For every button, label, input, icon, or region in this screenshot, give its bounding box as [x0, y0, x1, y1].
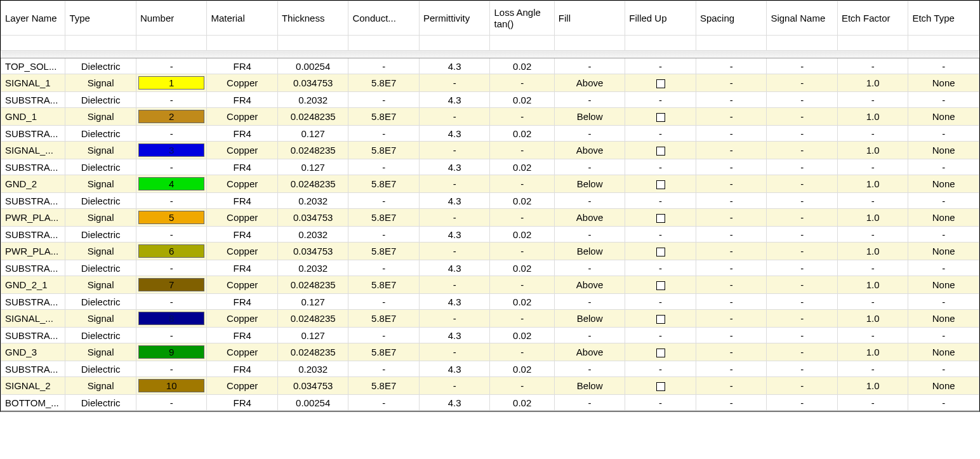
cell-conduct[interactable]: 5.8E7: [348, 209, 420, 227]
cell-loss[interactable]: 0.02: [490, 328, 554, 343]
cell-number[interactable]: -: [136, 328, 207, 343]
cell-permittivity[interactable]: 4.3: [419, 328, 490, 343]
cell-permittivity[interactable]: -: [419, 209, 490, 227]
cell-type[interactable]: Dielectric: [65, 126, 136, 142]
cell-type[interactable]: Signal: [65, 209, 136, 227]
cell-number[interactable]: -: [136, 395, 207, 411]
checkbox-icon[interactable]: [656, 214, 665, 223]
cell-conduct[interactable]: 5.8E7: [348, 74, 420, 92]
filter-cell-signalName[interactable]: [767, 36, 838, 51]
cell-spacing[interactable]: -: [696, 361, 767, 377]
cell-permittivity[interactable]: -: [419, 276, 490, 294]
filter-cell-fill[interactable]: [554, 36, 625, 51]
cell-etchFactor[interactable]: 1.0: [837, 74, 908, 92]
cell-fill[interactable]: -: [554, 361, 625, 377]
cell-loss[interactable]: 0.02: [490, 126, 554, 142]
cell-number[interactable]: -: [136, 58, 207, 74]
cell-etchFactor[interactable]: -: [837, 58, 908, 74]
cell-loss[interactable]: -: [490, 310, 554, 328]
cell-spacing[interactable]: -: [696, 328, 767, 343]
cell-thickness[interactable]: 0.034753: [277, 243, 348, 260]
cell-conduct[interactable]: 5.8E7: [348, 310, 420, 328]
cell-filledUp[interactable]: -: [625, 58, 696, 74]
table-row[interactable]: SUBSTRA...Dielectric-FR40.127-4.30.02---…: [1, 159, 979, 175]
cell-type[interactable]: Signal: [65, 276, 136, 294]
cell-spacing[interactable]: -: [696, 227, 767, 243]
cell-material[interactable]: FR4: [207, 193, 278, 209]
cell-spacing[interactable]: -: [696, 58, 767, 74]
checkbox-icon[interactable]: [656, 281, 665, 290]
cell-permittivity[interactable]: -: [419, 377, 490, 395]
filled-up-checkbox-cell[interactable]: [625, 310, 696, 328]
cell-permittivity[interactable]: 4.3: [419, 92, 490, 108]
cell-conduct[interactable]: 5.8E7: [348, 276, 420, 294]
cell-thickness[interactable]: 0.127: [277, 126, 348, 142]
cell-etchFactor[interactable]: 1.0: [837, 276, 908, 294]
column-header-number[interactable]: Number: [136, 1, 207, 36]
cell-thickness[interactable]: 0.2032: [277, 193, 348, 209]
cell-conduct[interactable]: -: [348, 126, 420, 142]
cell-permittivity[interactable]: -: [419, 243, 490, 260]
cell-number[interactable]: -: [136, 294, 207, 310]
filter-cell-material[interactable]: [207, 36, 278, 51]
cell-filledUp[interactable]: -: [625, 92, 696, 108]
cell-type[interactable]: Dielectric: [65, 328, 136, 343]
table-row[interactable]: PWR_PLA...Signal5Copper0.0347535.8E7--Ab…: [1, 209, 979, 227]
cell-conduct[interactable]: 5.8E7: [348, 175, 420, 193]
layer-number-swatch[interactable]: 5: [136, 209, 207, 227]
table-row[interactable]: SUBSTRA...Dielectric-FR40.127-4.30.02---…: [1, 126, 979, 142]
cell-thickness[interactable]: 0.127: [277, 294, 348, 310]
cell-conduct[interactable]: -: [348, 361, 420, 377]
cell-material[interactable]: Copper: [207, 310, 278, 328]
cell-material[interactable]: Copper: [207, 108, 278, 126]
layer-number-swatch[interactable]: 8: [136, 310, 207, 328]
cell-signalName[interactable]: -: [767, 243, 838, 260]
cell-signalName[interactable]: -: [767, 175, 838, 193]
cell-etchFactor[interactable]: 1.0: [837, 243, 908, 260]
cell-fill[interactable]: -: [554, 227, 625, 243]
cell-signalName[interactable]: -: [767, 343, 838, 361]
cell-conduct[interactable]: -: [348, 227, 420, 243]
layer-name-cell[interactable]: PWR_PLA...: [1, 243, 65, 260]
cell-etchType[interactable]: None: [908, 142, 979, 159]
cell-fill[interactable]: -: [554, 395, 625, 411]
table-row[interactable]: PWR_PLA...Signal6Copper0.0347535.8E7--Be…: [1, 243, 979, 260]
cell-etchFactor[interactable]: -: [837, 193, 908, 209]
column-header-type[interactable]: Type: [65, 1, 136, 36]
filled-up-checkbox-cell[interactable]: [625, 108, 696, 126]
filled-up-checkbox-cell[interactable]: [625, 343, 696, 361]
cell-thickness[interactable]: 0.0248235: [277, 108, 348, 126]
cell-etchFactor[interactable]: -: [837, 294, 908, 310]
cell-loss[interactable]: 0.02: [490, 395, 554, 411]
layer-number-swatch[interactable]: 3: [136, 142, 207, 159]
cell-signalName[interactable]: -: [767, 395, 838, 411]
table-row[interactable]: GND_3Signal9Copper0.02482355.8E7--Above-…: [1, 343, 979, 361]
cell-etchType[interactable]: None: [908, 243, 979, 260]
cell-thickness[interactable]: 0.0248235: [277, 310, 348, 328]
cell-type[interactable]: Dielectric: [65, 260, 136, 276]
cell-fill[interactable]: -: [554, 260, 625, 276]
cell-permittivity[interactable]: 4.3: [419, 193, 490, 209]
cell-spacing[interactable]: -: [696, 243, 767, 260]
layer-name-cell[interactable]: SUBSTRA...: [1, 361, 65, 377]
cell-conduct[interactable]: 5.8E7: [348, 108, 420, 126]
column-header-material[interactable]: Material: [207, 1, 278, 36]
filled-up-checkbox-cell[interactable]: [625, 142, 696, 159]
layer-color-swatch[interactable]: 5: [138, 211, 205, 224]
cell-permittivity[interactable]: 4.3: [419, 294, 490, 310]
cell-type[interactable]: Signal: [65, 310, 136, 328]
cell-loss[interactable]: -: [490, 108, 554, 126]
cell-fill[interactable]: Above: [554, 142, 625, 159]
cell-spacing[interactable]: -: [696, 209, 767, 227]
checkbox-icon[interactable]: [656, 180, 665, 189]
cell-permittivity[interactable]: -: [419, 310, 490, 328]
cell-type[interactable]: Signal: [65, 343, 136, 361]
column-header-loss[interactable]: Loss Angle tan(): [490, 1, 554, 36]
filled-up-checkbox-cell[interactable]: [625, 377, 696, 395]
cell-permittivity[interactable]: 4.3: [419, 159, 490, 175]
filled-up-checkbox-cell[interactable]: [625, 276, 696, 294]
cell-signalName[interactable]: -: [767, 328, 838, 343]
cell-thickness[interactable]: 0.0248235: [277, 175, 348, 193]
layer-name-cell[interactable]: SUBSTRA...: [1, 126, 65, 142]
layer-name-cell[interactable]: GND_1: [1, 108, 65, 126]
